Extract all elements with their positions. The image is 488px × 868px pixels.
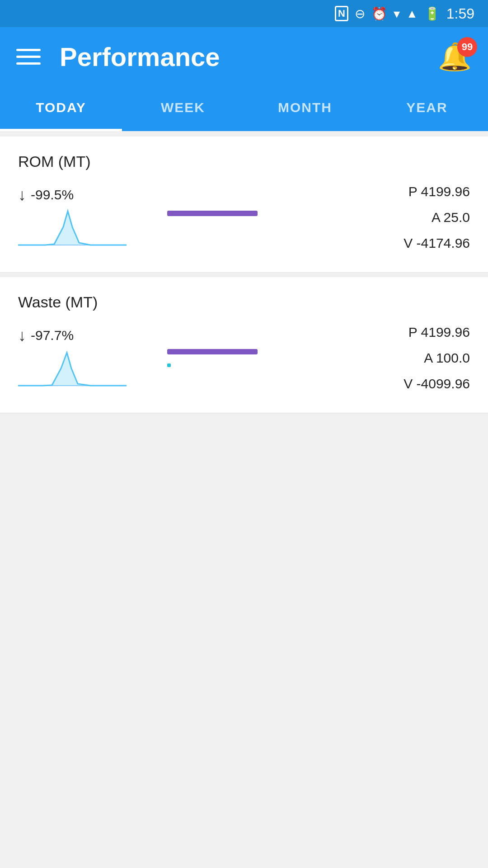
- battery-icon: 🔋: [424, 6, 440, 21]
- tab-today[interactable]: TODAY: [0, 86, 122, 131]
- status-icons: N ⊖ ⏰ ▾ ▲ 🔋 1:59: [335, 5, 474, 22]
- waste-chart-container: [145, 349, 404, 367]
- rom-v-value: V -4174.96: [404, 230, 470, 256]
- waste-a-value: A 100.0: [404, 345, 470, 371]
- waste-card-right: P 4199.96 A 100.0 V -4099.96: [404, 319, 470, 396]
- rom-card-title: ROM (MT): [18, 153, 470, 170]
- tab-week[interactable]: WEEK: [122, 86, 244, 131]
- wifi-icon: ▾: [394, 6, 400, 21]
- rom-sparkline: [18, 209, 127, 250]
- rom-a-value: A 25.0: [404, 204, 470, 230]
- rom-down-arrow: ↓: [18, 185, 26, 204]
- menu-button[interactable]: [16, 49, 43, 65]
- waste-percent: -97.7%: [31, 328, 74, 343]
- rom-percent: -99.5%: [31, 187, 74, 203]
- status-time: 1:59: [446, 5, 474, 22]
- status-bar: N ⊖ ⏰ ▾ ▲ 🔋 1:59: [0, 0, 488, 27]
- rom-plan-bar: [167, 211, 258, 216]
- waste-p-value: P 4199.96: [404, 319, 470, 345]
- signal-icon: ▲: [406, 7, 418, 21]
- rom-card: ROM (MT) ↓ -99.5% P 4: [0, 137, 488, 273]
- rom-percent-row: ↓ -99.5%: [18, 185, 145, 204]
- alarm-icon: ⏰: [371, 6, 387, 21]
- waste-card-left: ↓ -97.7%: [18, 326, 145, 390]
- waste-v-value: V -4099.96: [404, 371, 470, 396]
- rom-card-body: ↓ -99.5% P 4199.96 A 25.: [18, 179, 470, 256]
- notification-button[interactable]: 🔔 99: [438, 41, 472, 73]
- waste-card: Waste (MT) ↓ -97.7%: [0, 277, 488, 413]
- notification-badge: 99: [457, 37, 477, 57]
- rom-p-value: P 4199.96: [404, 179, 470, 204]
- tab-bar: TODAY WEEK MONTH YEAR: [0, 86, 488, 131]
- waste-card-body: ↓ -97.7% P 4199.96: [18, 319, 470, 396]
- rom-card-left: ↓ -99.5%: [18, 185, 145, 250]
- tab-month[interactable]: MONTH: [244, 86, 366, 131]
- waste-down-arrow: ↓: [18, 326, 26, 345]
- waste-sparkline: [18, 349, 127, 390]
- rom-card-right: P 4199.96 A 25.0 V -4174.96: [404, 179, 470, 256]
- nfc-icon: N: [335, 6, 348, 21]
- waste-actual-bar: [167, 363, 171, 367]
- waste-card-title: Waste (MT): [18, 293, 470, 311]
- dnd-icon: ⊖: [355, 6, 365, 21]
- page-title: Performance: [60, 42, 438, 72]
- waste-plan-bar: [167, 349, 258, 354]
- app-bar: Performance 🔔 99: [0, 27, 488, 86]
- rom-chart-container: [145, 211, 404, 224]
- tab-year[interactable]: YEAR: [366, 86, 488, 131]
- waste-percent-row: ↓ -97.7%: [18, 326, 145, 345]
- main-content: ROM (MT) ↓ -99.5% P 4: [0, 131, 488, 423]
